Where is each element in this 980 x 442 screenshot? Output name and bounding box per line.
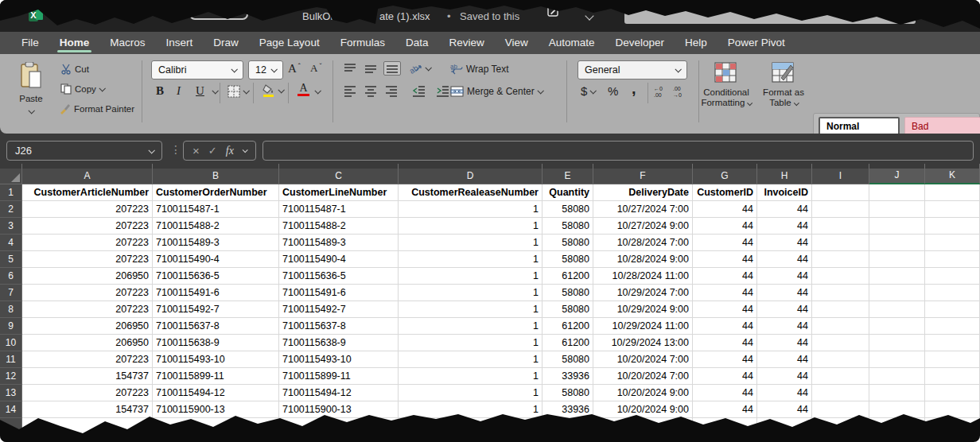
cell[interactable]: 1 xyxy=(399,251,542,268)
cell[interactable]: 7100115490-4 xyxy=(153,251,279,268)
ribbon-tab-insert[interactable]: Insert xyxy=(156,32,204,54)
cell[interactable] xyxy=(869,184,925,201)
cell[interactable]: 44 xyxy=(757,285,812,301)
cell[interactable]: 44 xyxy=(693,301,757,318)
format-as-table-label[interactable]: Format as Table xyxy=(763,87,804,108)
cell[interactable] xyxy=(925,401,980,418)
cell[interactable]: 7100115489-3 xyxy=(153,235,279,251)
cell[interactable] xyxy=(542,435,593,442)
cell[interactable]: 207223 xyxy=(22,218,153,235)
cell[interactable]: 207223 xyxy=(22,201,153,218)
ribbon-tab-help[interactable]: Help xyxy=(675,32,718,54)
cell[interactable]: 206950 xyxy=(22,268,153,285)
cell[interactable]: 44 xyxy=(693,218,757,235)
cell[interactable] xyxy=(869,268,925,285)
cell[interactable]: CustomerRealeaseNumber xyxy=(399,184,542,201)
wrap-text-button[interactable]: ab Wrap Text xyxy=(450,63,509,75)
cell[interactable] xyxy=(925,268,980,285)
fill-color-button[interactable] xyxy=(262,83,283,97)
align-center-button[interactable] xyxy=(364,86,377,97)
row-header[interactable]: 4 xyxy=(0,235,22,251)
cell[interactable]: 44 xyxy=(757,235,812,251)
cell[interactable]: 44 xyxy=(693,251,757,268)
percent-button[interactable]: % xyxy=(608,84,618,98)
cell[interactable]: 10/29/2024 7:00 xyxy=(593,285,693,301)
title-chevron-down-icon[interactable] xyxy=(585,11,593,20)
cell[interactable]: 7100115488-2 xyxy=(153,218,279,235)
cell[interactable]: 58080 xyxy=(542,285,593,301)
cell[interactable] xyxy=(869,285,925,301)
cell[interactable]: CustomerLineNumber xyxy=(279,184,399,201)
cell[interactable] xyxy=(925,335,980,351)
cell[interactable] xyxy=(925,218,980,235)
cell[interactable]: 1 xyxy=(399,368,542,385)
cell[interactable]: 7100115487-1 xyxy=(279,201,399,218)
cell[interactable]: 44 xyxy=(757,401,812,418)
cell[interactable]: 44 xyxy=(693,201,757,218)
cell[interactable] xyxy=(869,385,925,401)
italic-button[interactable]: I xyxy=(177,84,181,98)
cell[interactable]: 44 xyxy=(757,218,812,235)
cell[interactable] xyxy=(593,435,693,442)
select-all-corner[interactable] xyxy=(0,169,22,184)
orientation-button[interactable]: ab xyxy=(409,62,430,75)
cell[interactable] xyxy=(153,435,279,442)
cell[interactable] xyxy=(22,435,153,442)
row-header[interactable]: 11 xyxy=(0,351,22,368)
cell[interactable] xyxy=(869,368,925,385)
cell[interactable] xyxy=(869,418,925,435)
cell[interactable]: 33936 xyxy=(542,401,593,418)
cell[interactable] xyxy=(925,201,980,218)
cell[interactable]: 7100115899-11 xyxy=(153,368,279,385)
cell[interactable] xyxy=(869,251,925,268)
cell[interactable] xyxy=(812,368,869,385)
row-header[interactable] xyxy=(0,418,22,435)
cell[interactable] xyxy=(593,418,693,435)
ribbon-tab-home[interactable]: Home xyxy=(49,32,100,54)
cell[interactable] xyxy=(869,401,925,418)
cell[interactable]: 1 xyxy=(399,235,542,251)
cell[interactable]: 10/29/2024 11:00 xyxy=(593,318,693,335)
cell[interactable]: InvoiceID xyxy=(757,184,812,201)
cell[interactable]: 207223 xyxy=(22,235,153,251)
column-header-h[interactable]: H xyxy=(757,169,812,184)
cell[interactable]: 44 xyxy=(693,318,757,335)
cell[interactable] xyxy=(925,418,980,435)
cell[interactable]: 1 xyxy=(399,201,542,218)
cell[interactable]: 1 xyxy=(399,218,542,235)
cell[interactable]: 7100115492-7 xyxy=(279,301,399,318)
cell[interactable]: 207223 xyxy=(22,385,153,401)
ribbon-tab-review[interactable]: Review xyxy=(438,32,494,54)
row-header[interactable]: 3 xyxy=(0,218,22,235)
cell[interactable] xyxy=(869,235,925,251)
cell[interactable] xyxy=(279,418,399,435)
cell[interactable] xyxy=(925,385,980,401)
cell[interactable] xyxy=(869,351,925,368)
align-right-button[interactable] xyxy=(385,86,398,97)
quick-access-icon[interactable] xyxy=(97,13,101,17)
row-header[interactable]: 1 xyxy=(0,184,22,201)
cell[interactable]: 58080 xyxy=(542,201,593,218)
cut-button[interactable]: Cut xyxy=(60,64,89,75)
cell[interactable] xyxy=(153,418,279,435)
cell[interactable]: 44 xyxy=(693,285,757,301)
cell[interactable] xyxy=(869,301,925,318)
column-header-i[interactable]: I xyxy=(812,169,869,184)
cell[interactable]: 7100115489-3 xyxy=(279,235,399,251)
ribbon-tab-power-pivot[interactable]: Power Pivot xyxy=(718,32,795,54)
ribbon-tab-data[interactable]: Data xyxy=(395,32,439,54)
formula-input[interactable] xyxy=(262,141,974,161)
cell[interactable] xyxy=(812,285,869,301)
row-header[interactable]: 14 xyxy=(0,401,22,418)
cell[interactable]: 1 xyxy=(399,401,542,418)
number-format-combo[interactable]: General xyxy=(578,60,687,79)
cell[interactable] xyxy=(925,318,980,335)
row-header[interactable]: 2 xyxy=(0,201,22,218)
cell[interactable] xyxy=(869,435,925,442)
copy-button[interactable]: Copy xyxy=(60,83,104,95)
cell[interactable]: 7100115488-2 xyxy=(279,218,399,235)
row-header[interactable]: 8 xyxy=(0,301,22,318)
cell[interactable]: 7100115637-8 xyxy=(153,318,279,335)
comma-button[interactable]: , xyxy=(632,79,636,98)
shrink-font-button[interactable]: Aˇ xyxy=(310,62,321,75)
